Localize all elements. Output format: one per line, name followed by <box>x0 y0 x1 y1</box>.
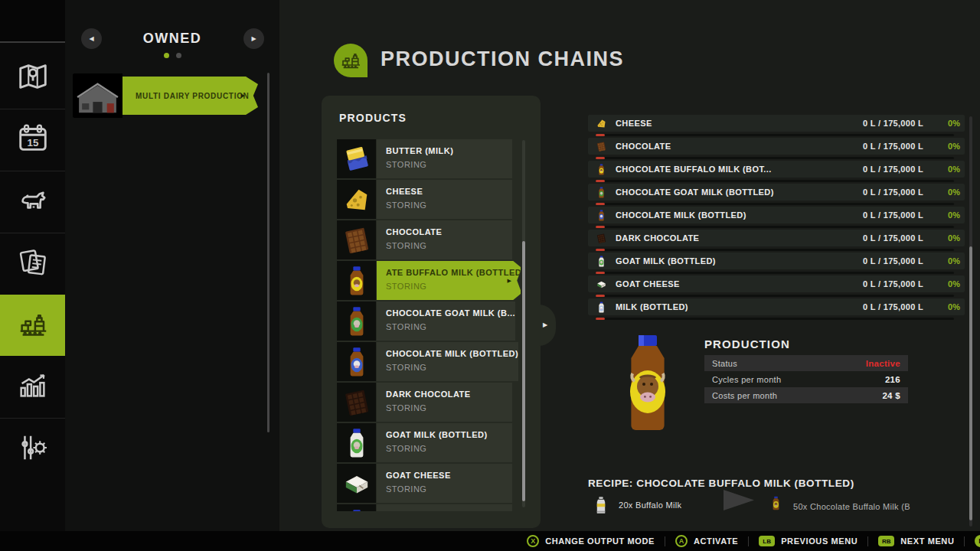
page-dots <box>65 53 279 58</box>
recipe-title: RECIPE: CHOCOLATE BUFFALO MILK (BOTTLED) <box>588 478 854 489</box>
cheese-icon <box>596 118 607 129</box>
separator <box>748 536 749 546</box>
storage-row[interactable]: CHOCOLATE 0 L / 175,000 L 0% <box>588 138 965 161</box>
product-list-item[interactable]: CHOCOLATE MILK (BOTTLED) STORING <box>337 342 512 381</box>
fill-level-bar <box>596 134 954 136</box>
gamepad-hint-lb[interactable]: LB PREVIOUS MENU <box>759 536 858 546</box>
sidebar-item-animals[interactable] <box>0 171 65 233</box>
product-list-item[interactable] <box>337 504 512 511</box>
fill-level-bar <box>596 272 954 274</box>
gamepad-x-button-icon: X <box>527 535 539 547</box>
storage-row[interactable]: CHOCOLATE MILK (BOTTLED) 0 L / 175,000 L… <box>588 207 965 230</box>
dark-chocolate-icon <box>337 383 376 422</box>
products-panel-title: PRODUCTS <box>339 112 407 124</box>
gamepad-hint-rb[interactable]: RB NEXT MENU <box>878 536 954 546</box>
separator <box>867 536 868 546</box>
goat-cheese-icon <box>337 464 376 503</box>
storage-list: CHEESE 0 L / 175,000 L 0% CHOCOLATE 0 L … <box>588 115 965 321</box>
production-section-title: PRODUCTION <box>704 337 790 350</box>
sidebar-tabs: 15 <box>0 47 73 480</box>
storage-row[interactable]: GOAT MILK (BOTTLED) 0 L / 175,000 L 0% <box>588 253 965 276</box>
storage-row[interactable]: GOAT CHEESE 0 L / 175,000 L 0% <box>588 276 965 298</box>
page-dot-active <box>164 53 169 58</box>
cheese-icon <box>337 180 376 219</box>
bottle-milk-icon <box>337 504 376 511</box>
gamepad-a-button-icon: A <box>675 535 688 547</box>
gamepad-b-button-icon: B <box>975 535 980 547</box>
bottle-goat-icon <box>596 256 607 267</box>
owned-production-item[interactable]: MULTI DAIRY PRODUCTION ▶ <box>73 73 258 118</box>
product-list-item[interactable]: DARK CHOCOLATE STORING <box>337 383 512 422</box>
map-icon <box>15 59 51 97</box>
bottle-milk-choc-icon <box>596 210 607 221</box>
chocolate-buffalo-milk-icon <box>770 496 782 510</box>
sidebar-item-settings[interactable] <box>0 418 65 480</box>
bottle-buffalo-icon <box>596 164 607 175</box>
recipe-output-label: 50x Chocolate Buffalo Milk (B <box>793 502 910 511</box>
production-info-row: Status Inactive <box>704 355 908 371</box>
details-scrollbar-thumb[interactable] <box>969 246 972 520</box>
sidebar-item-calendar[interactable]: 15 <box>0 109 65 171</box>
production-info-row: Costs per month 24 $ <box>704 387 908 403</box>
products-panel: PRODUCTS BUTTER (MILK) STORING CHEESE ST… <box>322 96 541 528</box>
goat-cheese-icon <box>596 279 607 290</box>
page-dot <box>176 53 181 58</box>
calendar-icon: 15 <box>15 121 51 159</box>
gamepad-rb-button-icon: RB <box>878 536 894 546</box>
recipe-input-label: 20x Buffalo Milk <box>619 500 681 510</box>
sidebar-item-contracts[interactable] <box>0 233 65 295</box>
money-box <box>0 0 65 43</box>
chevron-right-icon: ▶ <box>543 321 547 328</box>
fill-level-bar <box>596 180 954 182</box>
sidebar-item-statistics[interactable] <box>0 356 65 418</box>
owned-scrollbar[interactable] <box>267 73 270 432</box>
fill-level-bar <box>596 295 954 297</box>
animals-icon <box>15 183 51 221</box>
separator <box>964 536 965 546</box>
gamepad-hint-a[interactable]: A ACTIVATE <box>675 535 738 547</box>
svg-text:15: 15 <box>27 137 38 148</box>
fill-level-bar <box>596 318 954 320</box>
gamepad-hint-x[interactable]: X CHANGE OUTPUT MODE <box>527 535 655 547</box>
storage-row[interactable]: CHOCOLATE GOAT MILK (BOTTLED) 0 L / 175,… <box>588 184 965 207</box>
settings-icon <box>15 430 51 468</box>
bottle-milk-icon <box>596 302 607 313</box>
production-info-row: Cycles per month 216 <box>704 371 908 387</box>
product-list-item[interactable]: GOAT MILK (BOTTLED) STORING <box>337 423 512 462</box>
bottle-goat-icon <box>337 423 376 462</box>
product-list-item[interactable]: CHEESE STORING <box>337 180 512 219</box>
gamepad-hint-bar: X CHANGE OUTPUT MODE A ACTIVATE LB PREVI… <box>0 531 980 551</box>
page-title: PRODUCTION CHAINS <box>381 47 624 71</box>
chocolate-icon <box>596 141 607 152</box>
contracts-icon <box>15 245 51 283</box>
production-info-table: Status Inactive Cycles per month 216 Cos… <box>704 355 908 403</box>
fill-level-bar <box>596 226 954 228</box>
storage-row[interactable]: CHOCOLATE BUFFALO MILK (BOT... 0 L / 175… <box>588 161 965 184</box>
product-list-item[interactable]: CHOCOLATE STORING <box>337 220 512 259</box>
sidebar-item-production[interactable] <box>0 295 73 356</box>
product-list-item[interactable]: BUTTER (MILK) STORING <box>337 139 512 178</box>
fill-level-bar <box>596 203 954 205</box>
recipe-arrow-icon <box>724 490 754 510</box>
product-list-item[interactable]: GOAT CHEESE STORING <box>337 464 512 503</box>
sidebar-item-map[interactable] <box>0 47 65 109</box>
dark-chocolate-icon <box>596 233 607 244</box>
owned-item-label: MULTI DAIRY PRODUCTION <box>122 92 250 100</box>
chevron-right-icon: ▶ <box>241 93 245 99</box>
bottle-goat-choc-icon <box>337 302 376 341</box>
product-list-item[interactable]: CHOCOLATE GOAT MILK (B... STORING <box>337 302 512 341</box>
storage-row[interactable]: MILK (BOTTLED) 0 L / 175,000 L 0% <box>588 298 965 321</box>
chevron-right-icon: ▶ <box>251 35 256 42</box>
production-icon <box>15 307 51 345</box>
chevron-right-icon: ▶ <box>508 278 511 284</box>
production-building-thumbnail <box>73 73 122 118</box>
storage-row[interactable]: CHEESE 0 L / 175,000 L 0% <box>588 115 965 138</box>
owned-panel: ◀ OWNED ▶ MULTI DAIRY PRODUCTION ▶ <box>65 0 279 531</box>
gamepad-hint-b[interactable]: B B <box>975 535 980 547</box>
product-list-item[interactable]: ATE BUFFALO MILK (BOTTLED STORING ▶ <box>337 261 521 300</box>
page-next-button[interactable]: ▶ <box>243 28 264 49</box>
panel-expand-arrow[interactable]: ▶ <box>539 305 556 346</box>
products-scrollbar-thumb[interactable] <box>522 241 525 501</box>
storage-row[interactable]: DARK CHOCOLATE 0 L / 175,000 L 0% <box>588 230 965 253</box>
chocolate-icon <box>337 220 376 259</box>
